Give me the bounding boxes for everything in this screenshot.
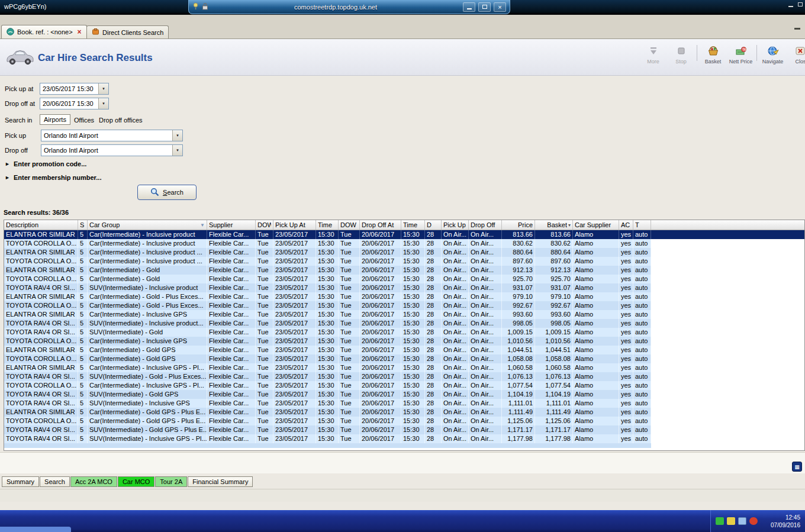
col-header-car-supplier[interactable]: Car Supplier xyxy=(573,220,619,230)
bottom-tab-summary[interactable]: Summary xyxy=(2,476,39,487)
chevron-down-icon[interactable]: ▼ xyxy=(98,83,108,94)
window-minimize-icon[interactable] xyxy=(788,6,793,7)
table-row[interactable]: TOYOTA RAV4 OR SI...5SUV(Intermediate) -… xyxy=(4,283,804,292)
table-row[interactable]: TOYOTA COROLLA O...5Car(Intermediate) - … xyxy=(4,337,804,346)
bottom-tab-car-mco[interactable]: Car MCO xyxy=(118,476,154,487)
tray-network-icon[interactable] xyxy=(716,517,724,525)
bottom-tab-search[interactable]: Search xyxy=(40,476,70,487)
table-row[interactable]: ELANTRA OR SIMILAR5Car(Intermediate) - I… xyxy=(4,248,804,257)
chevron-down-icon[interactable]: ▼ xyxy=(172,130,182,141)
search-in-dropoff-offices[interactable]: Drop off offices xyxy=(95,115,146,125)
col-header-pick-up-at[interactable]: Pick Up At xyxy=(273,220,316,230)
table-row[interactable]: ELANTRA OR SIMILAR5Car(Intermediate) - I… xyxy=(4,310,804,319)
cell: TOYOTA RAV4 OR SI... xyxy=(4,372,78,381)
table-row[interactable]: TOYOTA COROLLA O...5Car(Intermediate) - … xyxy=(4,417,804,425)
taskbar-window-sliver[interactable] xyxy=(0,527,71,532)
dropoff-location-combo[interactable]: Orlando Intl Airport ▼ xyxy=(41,144,183,156)
col-header-drop-off[interactable]: Drop Off xyxy=(469,220,502,230)
tab-close-icon[interactable]: × xyxy=(78,29,82,35)
col-header-basket[interactable]: Basket▾ xyxy=(535,220,573,230)
table-row[interactable]: TOYOTA RAV4 OR SI...5SUV(Intermediate) -… xyxy=(4,328,804,337)
promo-code-toggle[interactable]: ► Enter promotion code... xyxy=(5,160,86,167)
page-title: Car Hire Search Results xyxy=(38,52,153,64)
basket-button[interactable]: Basket xyxy=(699,41,727,65)
close-icon xyxy=(795,45,805,57)
corner-app-icon[interactable]: ▦ xyxy=(792,462,802,472)
col-header-dow[interactable]: DOW xyxy=(339,220,360,230)
chevron-down-icon[interactable]: ▼ xyxy=(172,145,182,156)
table-row[interactable]: TOYOTA COROLLA O...5Car(Intermediate) - … xyxy=(4,275,804,283)
rdp-restore-button[interactable] xyxy=(478,2,491,12)
pickup-at-combo[interactable]: 23/05/2017 15:30 ▼ xyxy=(40,83,109,95)
table-row[interactable]: TOYOTA RAV4 OR SI...5SUV(Intermediate) -… xyxy=(4,319,804,328)
table-row[interactable]: TOYOTA RAV4 OR SI...5SUV(Intermediate) -… xyxy=(4,425,804,434)
table-row[interactable]: TOYOTA RAV4 OR SI...5SUV(Intermediate) -… xyxy=(4,434,804,443)
rdp-close-button[interactable]: × xyxy=(494,2,506,12)
table-row[interactable]: ELANTRA OR SIMILAR5Car(Intermediate) - G… xyxy=(4,292,804,301)
window-restore-icon[interactable] xyxy=(798,2,803,7)
cell: 28 xyxy=(425,354,442,363)
nett-price-button[interactable]: % Nett Price xyxy=(727,41,755,65)
table-row[interactable]: ELANTRA OR SIMILAR5Car(Intermediate) - I… xyxy=(4,230,804,239)
col-header-drop-off-at[interactable]: Drop Off At xyxy=(360,220,401,230)
search-in-offices[interactable]: Offices xyxy=(70,115,98,125)
table-row[interactable]: TOYOTA COROLLA O...5Car(Intermediate) - … xyxy=(4,239,804,248)
cell: Car(Intermediate) - Gold GPS xyxy=(88,346,207,354)
stop-button[interactable]: Stop xyxy=(667,41,695,65)
cell: yes xyxy=(619,337,633,346)
tab-direct-clients-search[interactable]: Direct Clients Search xyxy=(86,25,169,38)
table-row[interactable]: TOYOTA COROLLA O...5Car(Intermediate) - … xyxy=(4,257,804,266)
table-row[interactable]: TOYOTA COROLLA O...5Car(Intermediate) - … xyxy=(4,354,804,363)
pickup-at-value[interactable]: 23/05/2017 15:30 xyxy=(40,83,98,94)
cell: On Air... xyxy=(442,266,469,275)
tray-display-icon[interactable] xyxy=(738,517,746,525)
chevron-down-icon[interactable]: ▼ xyxy=(98,98,108,109)
tray-alert-icon[interactable] xyxy=(749,517,758,525)
table-row[interactable]: TOYOTA RAV4 OR SI...5SUV(Intermediate) -… xyxy=(4,372,804,381)
col-header-dow[interactable]: DOW xyxy=(256,220,273,230)
rdp-minimize-button[interactable] xyxy=(463,2,475,12)
cell: 28 xyxy=(425,328,442,337)
col-header-price[interactable]: Price xyxy=(502,220,535,230)
navigate-button[interactable]: Navigate xyxy=(759,41,787,65)
tab-booking-ref[interactable]: Book. ref. : <none> × xyxy=(1,25,87,38)
table-row[interactable]: ELANTRA OR SIMILAR5Car(Intermediate) - I… xyxy=(4,363,804,372)
bottom-tab-tour-2a[interactable]: Tour 2A xyxy=(155,476,187,487)
dropoff-location-value[interactable]: Orlando Intl Airport xyxy=(41,145,172,156)
dropoff-at-value[interactable]: 20/06/2017 15:30 xyxy=(40,98,98,109)
table-row[interactable]: TOYOTA COROLLA O...5Car(Intermediate) - … xyxy=(4,381,804,390)
membership-toggle[interactable]: ► Enter membership number... xyxy=(5,174,101,181)
col-header-description[interactable]: Description xyxy=(4,220,78,230)
tray-mail-icon[interactable] xyxy=(727,517,735,525)
col-header-time[interactable]: Time xyxy=(316,220,339,230)
pickup-location-value[interactable]: Orlando Intl Airport xyxy=(41,130,172,141)
col-header-t[interactable]: T xyxy=(633,220,651,230)
table-row[interactable]: TOYOTA RAV4 OR SI...5SUV(Intermediate) -… xyxy=(4,399,804,408)
tabstrip-minimize-icon[interactable] xyxy=(794,28,800,30)
table-row-partial[interactable] xyxy=(4,443,651,448)
col-header-ac[interactable]: AC xyxy=(619,220,633,230)
more-button[interactable]: More xyxy=(639,41,667,65)
table-row[interactable]: TOYOTA COROLLA O...5Car(Intermediate) - … xyxy=(4,301,804,310)
search-in-airports[interactable]: Airports xyxy=(40,114,70,125)
col-header-time[interactable]: Time xyxy=(401,220,425,230)
close-screen-button[interactable]: Clos xyxy=(787,41,805,65)
cell: 23/05/2017 xyxy=(273,363,316,372)
dropoff-at-combo[interactable]: 20/06/2017 15:30 ▼ xyxy=(40,98,109,109)
pin-icon[interactable] xyxy=(192,2,199,11)
bottom-tab-financial-summary[interactable]: Financial Summary xyxy=(188,476,253,487)
pickup-location-combo[interactable]: Orlando Intl Airport ▼ xyxy=(41,130,183,141)
col-header-car-group[interactable]: Car Group▼ xyxy=(88,220,207,230)
col-header-supplier[interactable]: Supplier xyxy=(207,220,256,230)
table-row[interactable]: TOYOTA RAV4 OR SI...5SUV(Intermediate) -… xyxy=(4,390,804,399)
col-header-pick-up[interactable]: Pick Up xyxy=(442,220,469,230)
col-header-d[interactable]: D xyxy=(425,220,442,230)
bottom-tab-acc-2a-mco[interactable]: Acc 2A MCO xyxy=(70,476,117,487)
col-header-s[interactable]: S xyxy=(78,220,88,230)
cell: yes xyxy=(619,266,633,275)
table-row[interactable]: ELANTRA OR SIMILAR5Car(Intermediate) - G… xyxy=(4,408,804,417)
table-row[interactable]: ELANTRA OR SIMILAR5Car(Intermediate) - G… xyxy=(4,346,804,354)
table-row[interactable]: ELANTRA OR SIMILAR5Car(Intermediate) - G… xyxy=(4,266,804,275)
search-button[interactable]: Search xyxy=(137,185,197,200)
filter-funnel-icon[interactable]: ▼ xyxy=(200,223,205,228)
